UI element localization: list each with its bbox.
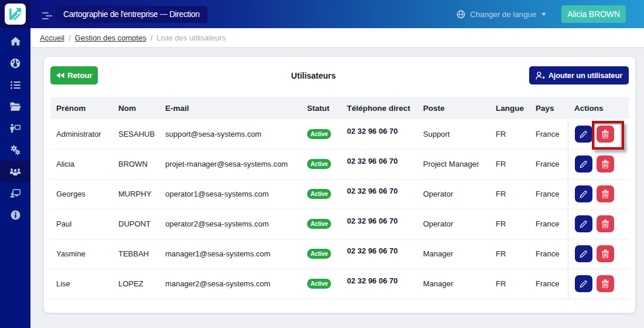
table-row: Yasmine TEBBAH manager1@sesa-systems.com… bbox=[50, 239, 629, 269]
col-header-prenom: Prénom bbox=[50, 97, 113, 119]
table-row: Alicia BROWN projet-manager@sesa-systems… bbox=[50, 149, 629, 179]
cell-poste: Manager bbox=[417, 269, 490, 299]
col-header-langue: Langue bbox=[490, 97, 530, 119]
delete-button[interactable] bbox=[597, 185, 614, 202]
status-badge: Active bbox=[307, 159, 331, 169]
add-user-button[interactable]: Ajouter un utilisateur bbox=[529, 66, 629, 84]
cell-nom: MURPHY bbox=[113, 179, 159, 209]
col-header-pays: Pays bbox=[530, 97, 568, 119]
col-header-email: E-mail bbox=[159, 97, 301, 119]
users-table: Prénom Nom E-mail Statut Téléphone direc… bbox=[50, 97, 629, 299]
breadcrumb: Accueil / Gestion des comptes / Liste de… bbox=[30, 28, 644, 48]
col-header-actions: Actions bbox=[568, 97, 629, 119]
cell-nom: TEBBAH bbox=[113, 239, 159, 269]
cell-actions bbox=[568, 149, 629, 179]
pencil-icon bbox=[579, 219, 588, 228]
cell-statut: Active bbox=[301, 239, 341, 269]
app-title: Cartographie de l'entreprise --- Directi… bbox=[63, 9, 200, 19]
cell-poste: Support bbox=[417, 119, 490, 149]
sidebar-item-list[interactable] bbox=[0, 74, 30, 96]
panel-title: Utilisateurs bbox=[98, 71, 529, 80]
cell-actions bbox=[568, 119, 629, 149]
trash-icon bbox=[601, 219, 609, 228]
cell-pays: France bbox=[530, 209, 568, 239]
pencil-icon bbox=[579, 160, 588, 168]
delete-button[interactable] bbox=[597, 215, 614, 232]
hamburger-icon[interactable] bbox=[42, 12, 52, 19]
edit-button[interactable] bbox=[575, 215, 592, 232]
cell-poste: Manager bbox=[417, 239, 490, 269]
breadcrumb-current-page: Liste des utilisateurs bbox=[156, 33, 226, 42]
language-menu[interactable]: Changer de langue bbox=[456, 10, 546, 19]
edit-button[interactable] bbox=[575, 245, 592, 262]
cell-nom: LOPEZ bbox=[113, 269, 159, 299]
status-badge: Active bbox=[307, 129, 331, 139]
cell-actions bbox=[568, 269, 629, 299]
sidebar-item-info[interactable] bbox=[0, 204, 30, 226]
cell-statut: Active bbox=[301, 119, 341, 149]
sidebar-item-settings[interactable] bbox=[0, 139, 30, 161]
person-screen-icon bbox=[10, 189, 21, 198]
cell-prenom: Georges bbox=[50, 179, 113, 209]
cell-statut: Active bbox=[301, 209, 341, 239]
cell-poste: Project Manager bbox=[417, 149, 490, 179]
trash-icon bbox=[601, 249, 609, 258]
cell-email: operator2@sesa-systems.com bbox=[159, 209, 301, 239]
sidebar-item-home[interactable] bbox=[0, 31, 30, 52]
sidebar-item-files[interactable] bbox=[0, 96, 30, 117]
status-badge: Active bbox=[307, 189, 331, 199]
cell-nom: SESAHUB bbox=[113, 119, 159, 149]
cell-email: operator1@sesa-systems.com bbox=[159, 179, 301, 209]
cell-telephone: 02 32 96 06 70 bbox=[341, 209, 417, 239]
back-button[interactable]: Retour bbox=[50, 66, 98, 84]
cell-actions bbox=[568, 209, 629, 239]
table-row: Administrator SESAHUB support@sesa-syste… bbox=[50, 119, 629, 149]
delete-button[interactable] bbox=[597, 155, 614, 173]
trash-icon bbox=[601, 160, 609, 168]
card-header: Retour Utilisateurs Ajouter un utilisate… bbox=[50, 66, 629, 84]
table-row: Paul DUPONT operator2@sesa-systems.com A… bbox=[50, 209, 629, 239]
edit-button[interactable] bbox=[575, 185, 592, 202]
edit-button[interactable] bbox=[575, 275, 592, 292]
users-table-area: Prénom Nom E-mail Statut Téléphone direc… bbox=[50, 97, 629, 299]
sidebar-item-presentation[interactable] bbox=[0, 117, 30, 139]
pencil-icon bbox=[579, 190, 588, 198]
app-logo[interactable] bbox=[0, 0, 30, 28]
sidebar-item-users[interactable] bbox=[0, 161, 30, 182]
chart-arrows-logo-icon bbox=[5, 4, 26, 25]
gears-icon bbox=[10, 145, 21, 155]
pencil-icon bbox=[579, 130, 588, 138]
status-badge: Active bbox=[307, 279, 331, 289]
cell-statut: Active bbox=[301, 179, 341, 209]
cell-email: support@sesa-systems.com bbox=[159, 119, 301, 149]
breadcrumb-home-link[interactable]: Accueil bbox=[40, 33, 64, 42]
users-group-icon bbox=[9, 167, 21, 177]
table-row: Lise LOPEZ manager2@sesa-systems.com Act… bbox=[50, 269, 629, 299]
caret-down-icon bbox=[541, 13, 546, 16]
cell-telephone: 02 32 96 06 70 bbox=[341, 269, 417, 299]
user-plus-icon bbox=[536, 72, 545, 80]
edit-button[interactable] bbox=[575, 126, 592, 143]
main-content: Retour Utilisateurs Ajouter un utilisate… bbox=[30, 48, 644, 328]
delete-button[interactable] bbox=[597, 245, 614, 262]
user-button[interactable]: Alicia BROWN bbox=[561, 5, 626, 23]
cell-prenom: Paul bbox=[50, 209, 113, 239]
sidebar-item-screen-share[interactable] bbox=[0, 182, 30, 204]
delete-button[interactable] bbox=[597, 126, 614, 143]
trash-icon bbox=[601, 279, 609, 288]
table-header-row: Prénom Nom E-mail Statut Téléphone direc… bbox=[50, 97, 629, 119]
pencil-icon bbox=[579, 249, 588, 258]
edit-button[interactable] bbox=[575, 155, 592, 173]
cell-email: manager1@sesa-systems.com bbox=[159, 239, 301, 269]
page-title-badge: Cartographie de l'entreprise --- Directi… bbox=[56, 6, 207, 23]
list-icon bbox=[11, 81, 21, 89]
cell-prenom: Alicia bbox=[50, 149, 113, 179]
cell-actions bbox=[568, 179, 629, 209]
col-header-statut: Statut bbox=[301, 97, 341, 119]
breadcrumb-accounts-link[interactable]: Gestion des comptes bbox=[75, 33, 146, 42]
sidebar-item-dashboard[interactable] bbox=[0, 52, 30, 74]
delete-button[interactable] bbox=[597, 275, 614, 292]
cell-langue: FR bbox=[490, 119, 530, 149]
cell-langue: FR bbox=[490, 209, 530, 239]
sidebar-nav bbox=[0, 28, 30, 226]
